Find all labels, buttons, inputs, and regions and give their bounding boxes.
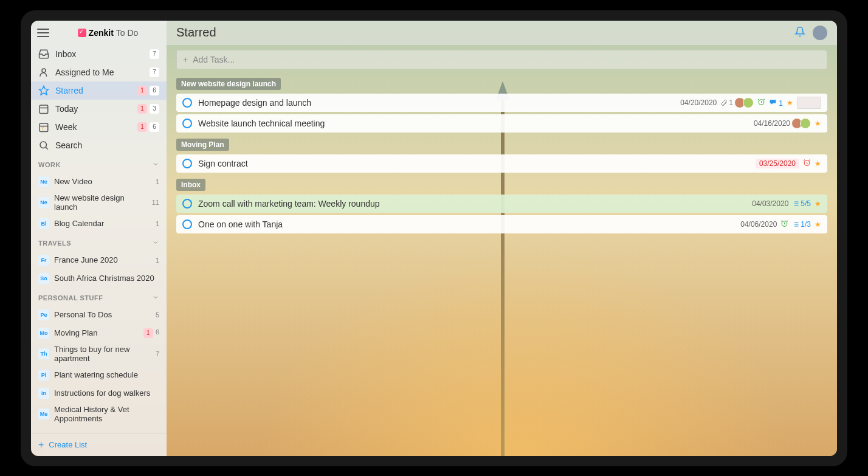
list-chip-icon: In — [38, 388, 49, 399]
notification-bell-icon[interactable] — [794, 26, 805, 40]
list-chip-icon: Pl — [38, 370, 49, 381]
task-title: Homepage design and launch — [198, 98, 674, 108]
list-item[interactable]: Ne New website design launch 11 — [31, 191, 167, 215]
list-label: New website design launch — [54, 193, 147, 212]
list-label: Blog Calendar — [54, 219, 151, 229]
brand-name: Zenkit — [89, 28, 114, 38]
nav-inbox[interactable]: Inbox 7 — [31, 45, 167, 63]
count-badge: 1 — [156, 220, 159, 227]
list-chip-icon: Ne — [38, 176, 49, 187]
task-checkbox[interactable] — [182, 98, 192, 108]
plus-icon: + — [38, 440, 44, 450]
nav-today[interactable]: Today 13 — [31, 100, 167, 118]
task-row[interactable]: Homepage design and launch 04/20/20201 1… — [176, 94, 827, 112]
section-header-work[interactable]: WORK — [31, 154, 167, 173]
add-task-input[interactable]: + Add Task... — [176, 50, 827, 69]
list-item[interactable]: Pe Personal To Dos 5 — [31, 306, 167, 324]
count-badge: 1 — [156, 257, 159, 264]
count-badge: 6 — [156, 328, 159, 338]
menu-icon[interactable] — [37, 29, 49, 37]
assignee-avatars — [737, 97, 754, 108]
task-title: Sign contract — [198, 159, 749, 168]
task-checkbox[interactable] — [182, 159, 192, 168]
list-item[interactable]: In Instructions for dog walkers — [31, 384, 167, 402]
task-row[interactable]: One on one with Tanja 04/06/20201/3★ — [176, 215, 827, 233]
svg-point-7 — [40, 142, 47, 148]
list-chip-icon: Fr — [38, 255, 49, 266]
nav-label: Inbox — [55, 49, 143, 59]
nav-label: Today — [55, 104, 131, 114]
nav-label: Week — [55, 122, 131, 132]
count-badge: 5 — [156, 311, 159, 319]
task-date: 03/25/2020 — [756, 159, 799, 168]
add-task-placeholder: Add Task... — [193, 55, 235, 64]
list-label: Plant watering schedule — [54, 370, 154, 380]
group-label[interactable]: Moving Plan — [176, 139, 229, 151]
count-badge: 6 — [150, 86, 159, 95]
create-list-button[interactable]: + Create List — [31, 433, 167, 456]
list-item[interactable]: Mo Moving Plan 16 — [31, 324, 167, 342]
section-header-personal stuff[interactable]: PERSONAL STUFF — [31, 288, 167, 306]
section-title: WORK — [38, 161, 61, 168]
group-label[interactable]: Inbox — [176, 179, 205, 191]
star-icon[interactable]: ★ — [815, 159, 821, 168]
task-date: 04/16/2020 — [754, 119, 790, 128]
svg-rect-2 — [40, 105, 48, 114]
overdue-badge: 1 — [137, 122, 147, 132]
list-item[interactable]: Pl Plant watering schedule — [31, 366, 167, 384]
list-label: Moving Plan — [54, 328, 139, 338]
section-header-travels[interactable]: TRAVELS — [31, 233, 167, 251]
count-badge: 7 — [156, 350, 159, 357]
nav-week[interactable]: 7 Week 16 — [31, 118, 167, 136]
task-checkbox[interactable] — [182, 119, 192, 128]
create-list-label: Create List — [49, 440, 87, 449]
list-item[interactable]: So South Africa Christmas 2020 — [31, 269, 167, 288]
star-icon[interactable]: ★ — [815, 220, 821, 229]
assignee-avatars — [794, 118, 811, 129]
overdue-badge: 1 — [137, 86, 147, 95]
list-label: Medical History & Vet Appointments — [54, 405, 154, 424]
list-item[interactable]: Me Medical History & Vet Appointments — [31, 402, 167, 426]
svg-point-0 — [42, 69, 46, 72]
star-icon[interactable]: ★ — [787, 98, 793, 107]
list-label: Personal To Dos — [54, 310, 151, 320]
brand-logo-icon — [78, 29, 86, 37]
list-label: South Africa Christmas 2020 — [54, 274, 154, 283]
group-label[interactable]: New website design launch — [176, 78, 281, 90]
task-title: One on one with Tanja — [198, 219, 734, 229]
main-header: Starred — [167, 21, 837, 45]
reminder-icon — [803, 159, 811, 168]
svg-marker-1 — [40, 86, 49, 94]
task-row[interactable]: Zoom call with marketing team: Weekly ro… — [176, 195, 827, 213]
list-item[interactable]: Ne New Video 1 — [31, 173, 167, 191]
list-item[interactable]: Fr France June 2020 1 — [31, 251, 167, 269]
section-title: PERSONAL STUFF — [38, 294, 103, 302]
subtask-icon: 5/5 — [792, 199, 811, 208]
user-avatar[interactable] — [813, 26, 827, 40]
search-icon — [38, 140, 49, 151]
sidebar: Zenkit To Do Inbox 7 Assigned to Me 7 St… — [31, 21, 167, 456]
star-icon[interactable]: ★ — [815, 119, 821, 128]
nav-starred[interactable]: Starred 16 — [31, 81, 167, 100]
chevron-down-icon — [152, 239, 159, 247]
overdue-badge: 1 — [137, 104, 147, 114]
nav-assigned-to-me[interactable]: Assigned to Me 7 — [31, 63, 167, 81]
section-title: TRAVELS — [38, 240, 71, 247]
brand: Zenkit To Do — [78, 28, 139, 38]
list-item[interactable]: Bl Blog Calendar 1 — [31, 215, 167, 233]
page-title: Starred — [176, 26, 216, 40]
star-icon[interactable]: ★ — [815, 199, 821, 208]
list-item[interactable]: Th Things to buy for new apartment 7 — [31, 342, 167, 366]
list-chip-icon: So — [38, 273, 49, 284]
nav-label: Search — [55, 140, 153, 150]
list-chip-icon: Me — [38, 409, 49, 419]
nav-search[interactable]: Search — [31, 136, 167, 154]
task-checkbox[interactable] — [182, 219, 192, 229]
brand-suffix: To Do — [116, 28, 139, 38]
main-area: Starred + Add Task... New website design… — [167, 21, 837, 456]
inbox-icon — [38, 49, 49, 60]
task-row[interactable]: Sign contract 03/25/2020★ — [176, 154, 827, 173]
count-badge: 6 — [150, 122, 159, 132]
task-checkbox[interactable] — [182, 199, 192, 209]
task-row[interactable]: Website launch technical meeting 04/16/2… — [176, 114, 827, 133]
